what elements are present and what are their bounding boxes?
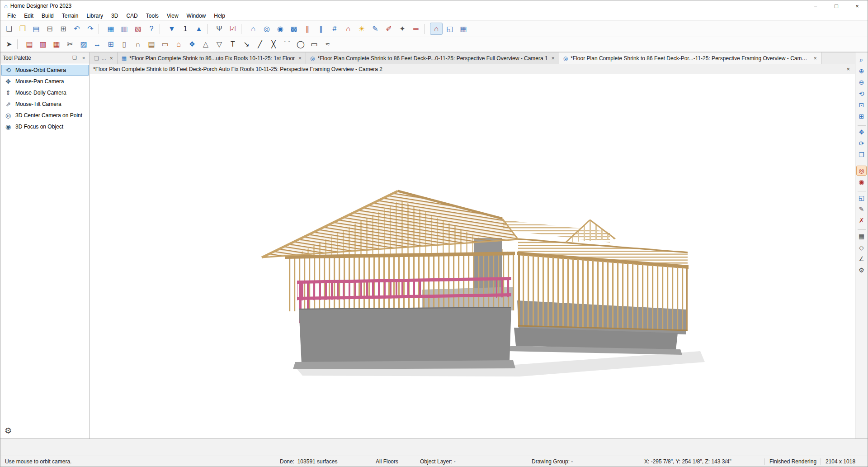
- print-button[interactable]: ⊟: [43, 23, 56, 35]
- dimension-button[interactable]: ↔: [91, 38, 104, 51]
- tool-mouse-pan-camera[interactable]: ✥ Mouse-Pan Camera: [1, 76, 89, 87]
- roof-plane-button[interactable]: △: [199, 38, 212, 51]
- crop-view-button[interactable]: ◱: [856, 193, 867, 203]
- zoom-in-button[interactable]: ⊕: [856, 66, 867, 76]
- new-plan-button[interactable]: ❏: [3, 23, 15, 35]
- tool-mouse-dolly-camera[interactable]: ⇕ Mouse-Dolly Camera: [1, 87, 89, 98]
- walkthrough-button[interactable]: ∥: [301, 23, 314, 35]
- cad-cross-button[interactable]: ╳: [267, 38, 280, 51]
- zoom-button[interactable]: ⌕: [856, 55, 867, 65]
- current-floor-indicator[interactable]: 1: [179, 23, 192, 35]
- tab-first-floor[interactable]: ▦ *Floor Plan Complete Shrink to 86...ut…: [118, 52, 306, 64]
- window-button[interactable]: ⊞: [104, 38, 117, 51]
- menu-help[interactable]: Help: [210, 12, 229, 20]
- menu-library[interactable]: Library: [82, 12, 107, 20]
- redo-button[interactable]: ↷: [84, 23, 97, 35]
- menu-view[interactable]: View: [163, 12, 183, 20]
- menu-build[interactable]: Build: [38, 12, 58, 20]
- zoom-out-button[interactable]: ⊖: [856, 77, 867, 87]
- tab-overflow[interactable]: ❏ ... ×: [90, 52, 118, 64]
- tab-close-icon[interactable]: ×: [298, 55, 302, 62]
- copy-region-button[interactable]: ❐: [856, 150, 867, 160]
- text-button[interactable]: T: [226, 38, 239, 51]
- fireplace-button[interactable]: ⌂: [172, 38, 185, 51]
- menu-terrain[interactable]: Terrain: [58, 12, 83, 20]
- tab-camera-1[interactable]: ◎ *Floor Plan Complete Shrink to 86 Feet…: [306, 52, 559, 64]
- mouse-camera-button[interactable]: ◉: [274, 23, 287, 35]
- tool-3d-center-camera-on-point[interactable]: ◎ 3D Center Camera on Point: [1, 110, 89, 121]
- delete-object-button[interactable]: ✗: [856, 215, 867, 225]
- tool-mouse-tilt-camera[interactable]: ⇗ Mouse-Tilt Camera: [1, 99, 89, 110]
- tab-close-icon[interactable]: ×: [110, 55, 113, 62]
- layer-display-options-button[interactable]: ▦: [104, 23, 117, 35]
- print-preview-button[interactable]: ⊞: [57, 23, 70, 35]
- object-snap-button[interactable]: ◇: [856, 243, 867, 253]
- tab-camera-2[interactable]: ◎ *Floor Plan Complete Shrink to 86 Feet…: [559, 52, 821, 64]
- snap-settings-button[interactable]: ⚙: [856, 265, 867, 275]
- tape-measure-button[interactable]: ═: [410, 23, 422, 35]
- up-one-floor-button[interactable]: ▲: [193, 23, 205, 35]
- adjust-lights-button[interactable]: ☀: [355, 23, 368, 35]
- grid-snap-button[interactable]: ▦: [856, 231, 867, 241]
- perspective-camera-button[interactable]: ◎: [260, 23, 273, 35]
- save-plan-button[interactable]: ▤: [30, 23, 42, 35]
- plan-check-button[interactable]: ☑: [226, 23, 239, 35]
- railing-button[interactable]: ▥: [37, 38, 49, 51]
- hatch-wall-button[interactable]: ▨: [77, 38, 90, 51]
- tool-3d-focus-on-object[interactable]: ◉ 3D Focus on Object: [1, 121, 89, 132]
- down-one-floor-button[interactable]: ▼: [165, 23, 178, 35]
- tool-mouse-orbit-camera[interactable]: ⟲ Mouse-Orbit Camera: [1, 65, 89, 76]
- window-close-button[interactable]: ×: [847, 0, 868, 11]
- reference-display-button[interactable]: Ψ: [213, 23, 226, 35]
- material-painter-button[interactable]: ✐: [382, 23, 395, 35]
- library-object-button[interactable]: ❖: [186, 38, 198, 51]
- open-plan-button[interactable]: ❐: [16, 23, 29, 35]
- full-camera-button[interactable]: ⌂: [247, 23, 259, 35]
- view-to-scale-button[interactable]: ⊞: [856, 111, 867, 121]
- deck-railing-button[interactable]: ▦: [50, 38, 63, 51]
- tab-close-icon[interactable]: ×: [814, 55, 817, 62]
- break-wall-button[interactable]: ✂: [64, 38, 76, 51]
- floor-overview-button[interactable]: ▩: [288, 23, 300, 35]
- walkthrough-path-button[interactable]: ∥: [315, 23, 327, 35]
- active-layer-set-button[interactable]: ▥: [118, 23, 131, 35]
- view-close-icon[interactable]: ×: [844, 66, 852, 72]
- menu-file[interactable]: File: [3, 12, 20, 20]
- tab-close-icon[interactable]: ×: [552, 55, 555, 62]
- palette-settings-gear-icon[interactable]: ⚙: [5, 426, 12, 436]
- cad-line-button[interactable]: ╱: [254, 38, 266, 51]
- cad-rectangle-button[interactable]: ▭: [308, 38, 321, 51]
- palette-close-button[interactable]: ×: [80, 55, 87, 61]
- door-button[interactable]: ▯: [118, 38, 131, 51]
- ceiling-plane-button[interactable]: ▽: [213, 38, 226, 51]
- cad-spline-button[interactable]: ≈: [321, 38, 334, 51]
- window-maximize-button[interactable]: □: [826, 0, 847, 11]
- material-eyedropper-button[interactable]: ✎: [369, 23, 382, 35]
- camera-viewport[interactable]: [90, 74, 855, 438]
- refresh-display-button[interactable]: ⟳: [856, 138, 867, 148]
- blend-colors-button[interactable]: ✦: [396, 23, 409, 35]
- leader-line-button[interactable]: ↘: [240, 38, 253, 51]
- materials-list-button[interactable]: ▦: [457, 23, 470, 35]
- cross-section-button[interactable]: #: [328, 23, 341, 35]
- fill-window-button[interactable]: ⊡: [856, 100, 867, 110]
- edit-camera-button[interactable]: ◉: [856, 177, 867, 187]
- menu-edit[interactable]: Edit: [20, 12, 38, 20]
- undo-button[interactable]: ↶: [71, 23, 83, 35]
- edit-object-button[interactable]: ✎: [856, 204, 867, 214]
- menu-cad[interactable]: CAD: [122, 12, 142, 20]
- angle-snap-button[interactable]: ∠: [856, 254, 867, 264]
- color-toggle-button[interactable]: ▧: [132, 23, 144, 35]
- menu-tools[interactable]: Tools: [142, 12, 163, 20]
- undo-zoom-button[interactable]: ⟲: [856, 89, 867, 99]
- menu-3d[interactable]: 3D: [107, 12, 122, 20]
- framing-overview-button[interactable]: ⌂: [342, 23, 354, 35]
- soffit-button[interactable]: ▭: [159, 38, 171, 51]
- help-button[interactable]: ?: [145, 23, 158, 35]
- cad-circle-button[interactable]: ◯: [294, 38, 307, 51]
- menu-window[interactable]: Window: [183, 12, 210, 20]
- cabinet-button[interactable]: ▤: [145, 38, 158, 51]
- active-view-framing-button[interactable]: ⌂: [430, 23, 443, 35]
- pan-window-button[interactable]: ✥: [856, 127, 867, 137]
- palette-float-button[interactable]: ❏: [71, 55, 78, 61]
